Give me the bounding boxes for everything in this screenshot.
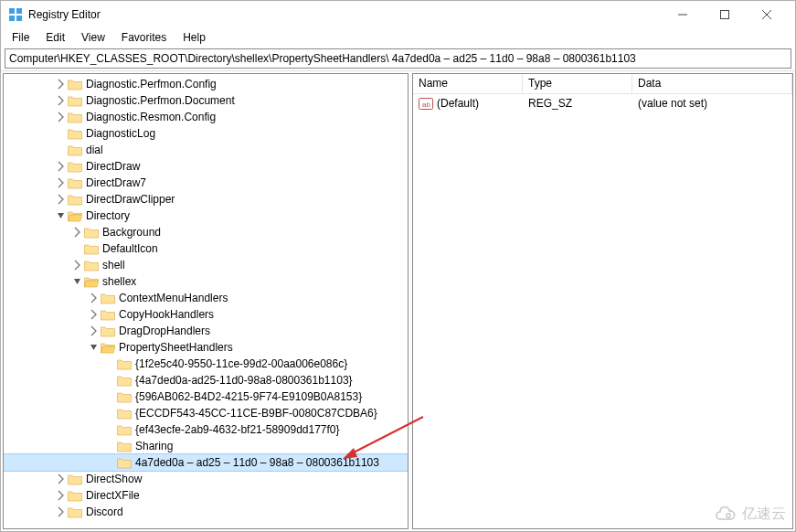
tree-item[interactable]: shell: [4, 257, 408, 273]
window-controls: [662, 1, 788, 28]
chevron-right-icon[interactable]: [71, 259, 84, 271]
menu-favorites[interactable]: Favorites: [114, 29, 174, 46]
tree-item-label: Diagnostic.Perfmon.Document: [86, 94, 235, 107]
tree-item-label: DirectShow: [86, 473, 142, 485]
header-data[interactable]: Data: [632, 74, 792, 93]
tree-item-label: Directory: [86, 209, 130, 222]
chevron-down-icon[interactable]: [71, 275, 84, 288]
tree-item-label: {1f2e5c40-9550-11ce-99d2-00aa006e086c}: [135, 357, 347, 370]
tree-item-label: PropertySheetHandlers: [119, 341, 233, 354]
minimize-button[interactable]: [662, 1, 704, 28]
watermark-text: 亿速云: [742, 505, 786, 524]
window-frame: Registry Editor File Edit View Favorites…: [0, 0, 796, 532]
menu-view[interactable]: View: [74, 29, 112, 46]
address-bar[interactable]: Computer\HKEY_CLASSES_ROOT\Directory\she…: [5, 48, 791, 69]
header-name[interactable]: Name: [413, 74, 523, 93]
chevron-right-icon[interactable]: [55, 473, 68, 485]
tree-item[interactable]: Sharing: [4, 438, 408, 454]
tree-item[interactable]: DiagnosticLog: [4, 125, 408, 142]
tree-item[interactable]: {596AB062-B4D2-4215-9F74-E9109B0A8153}: [4, 388, 408, 405]
close-button[interactable]: [746, 1, 788, 28]
folder-icon: [68, 78, 82, 90]
tree-item[interactable]: DirectDraw: [4, 158, 408, 175]
tree-item[interactable]: DirectShow: [4, 471, 408, 487]
tree-item[interactable]: 4a7ded0a – ad25 – 11d0 – 98a8 – 0800361b…: [4, 454, 408, 471]
value-row[interactable]: (Default)REG_SZ(value not set): [413, 94, 792, 112]
tree-item[interactable]: DirectDrawClipper: [4, 191, 408, 207]
chevron-right-icon[interactable]: [55, 78, 68, 90]
value-name-cell: (Default): [413, 97, 523, 111]
tree-scroll[interactable]: Diagnostic.Perfmon.ConfigDiagnostic.Perf…: [4, 74, 408, 528]
svg-rect-2: [9, 16, 15, 21]
chevron-right-icon: [104, 407, 117, 420]
string-value-icon: [419, 97, 433, 111]
chevron-right-icon[interactable]: [55, 176, 68, 189]
tree-item[interactable]: {ECCDF543-45CC-11CE-B9BF-0080C87CDBA6}: [4, 405, 408, 421]
folder-icon: [68, 193, 82, 206]
tree-item[interactable]: shellex: [4, 273, 408, 290]
tree-item[interactable]: Diagnostic.Resmon.Config: [4, 109, 408, 125]
tree-item-label: DirectXFile: [86, 489, 140, 502]
folder-icon: [117, 374, 132, 387]
tree-item-label: 4a7ded0a – ad25 – 11d0 – 98a8 – 0800361b…: [135, 456, 379, 469]
chevron-right-icon: [104, 440, 117, 452]
chevron-right-icon[interactable]: [55, 505, 68, 518]
tree-item[interactable]: {1f2e5c40-9550-11ce-99d2-00aa006e086c}: [4, 356, 408, 372]
tree-item-label: dial: [86, 144, 103, 156]
chevron-right-icon[interactable]: [55, 111, 68, 123]
chevron-right-icon[interactable]: [88, 308, 101, 321]
folder-icon: [101, 292, 115, 304]
tree-item-label: DragDropHandlers: [119, 325, 210, 337]
tree-item[interactable]: Diagnostic.Perfmon.Document: [4, 92, 408, 109]
chevron-right-icon[interactable]: [55, 94, 68, 107]
header-type[interactable]: Type: [523, 74, 632, 93]
chevron-down-icon[interactable]: [55, 209, 68, 222]
tree-content: Diagnostic.Perfmon.ConfigDiagnostic.Perf…: [4, 74, 408, 522]
tree-item-label: Discord: [86, 505, 123, 518]
chevron-right-icon[interactable]: [71, 226, 84, 239]
tree-item[interactable]: DragDropHandlers: [4, 323, 408, 339]
menu-edit[interactable]: Edit: [38, 29, 72, 46]
chevron-right-icon[interactable]: [55, 160, 68, 173]
value-name: (Default): [437, 97, 479, 110]
chevron-right-icon: [104, 357, 117, 370]
tree-item[interactable]: Background: [4, 224, 408, 240]
tree-pane[interactable]: Diagnostic.Perfmon.ConfigDiagnostic.Perf…: [3, 73, 409, 529]
chevron-right-icon: [55, 127, 68, 140]
cloud-icon: [713, 506, 738, 523]
folder-icon: [101, 308, 115, 321]
chevron-right-icon[interactable]: [88, 292, 101, 304]
tree-item[interactable]: CopyHookHandlers: [4, 306, 408, 323]
tree-item[interactable]: {ef43ecfe-2ab9-4632-bf21-58909dd177f0}: [4, 421, 408, 438]
tree-item[interactable]: PropertySheetHandlers: [4, 339, 408, 356]
tree-item-label: Sharing: [135, 440, 173, 452]
chevron-right-icon: [104, 374, 117, 387]
values-body[interactable]: (Default)REG_SZ(value not set): [413, 94, 792, 528]
titlebar[interactable]: Registry Editor: [1, 1, 795, 28]
chevron-right-icon[interactable]: [88, 325, 101, 337]
tree-item[interactable]: {4a7ded0a-ad25-11d0-98a8-0800361b1103}: [4, 372, 408, 388]
maximize-button[interactable]: [704, 1, 746, 28]
tree-item[interactable]: ContextMenuHandlers: [4, 290, 408, 306]
chevron-right-icon: [104, 423, 117, 436]
folder-icon: [68, 505, 82, 518]
folder-icon: [117, 456, 132, 469]
chevron-right-icon: [104, 390, 117, 403]
menu-file[interactable]: File: [5, 29, 37, 46]
values-pane[interactable]: Name Type Data (Default)REG_SZ(value not…: [412, 73, 793, 529]
value-data-cell: (value not set): [632, 97, 792, 110]
tree-item[interactable]: Directory: [4, 207, 408, 224]
tree-item[interactable]: DefaultIcon: [4, 240, 408, 257]
tree-item[interactable]: dial: [4, 142, 408, 158]
chevron-down-icon[interactable]: [88, 341, 101, 354]
chevron-right-icon[interactable]: [55, 193, 68, 206]
tree-item[interactable]: DirectDraw7: [4, 175, 408, 191]
tree-item-label: shellex: [102, 275, 136, 288]
tree-item[interactable]: DirectXFile: [4, 487, 408, 504]
tree-item[interactable]: Diagnostic.Perfmon.Config: [4, 76, 408, 92]
tree-item[interactable]: Discord: [4, 504, 408, 520]
tree-item-label: Diagnostic.Resmon.Config: [86, 111, 216, 123]
menu-help[interactable]: Help: [175, 29, 213, 46]
minimize-icon: [678, 10, 687, 19]
chevron-right-icon[interactable]: [55, 489, 68, 502]
